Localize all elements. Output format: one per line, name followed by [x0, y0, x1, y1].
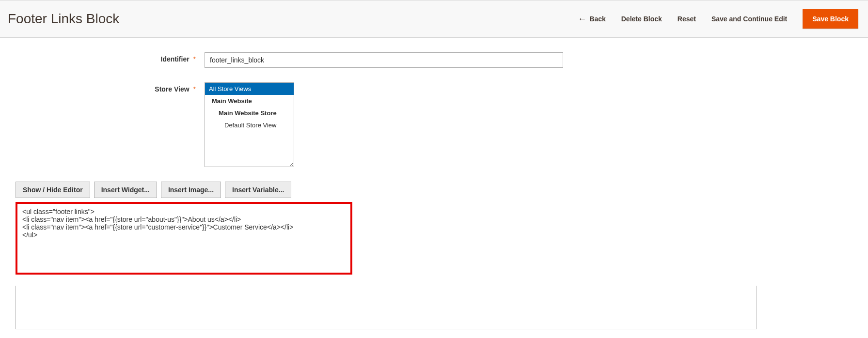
- store-view-option-default-store-view[interactable]: Default Store View: [205, 119, 294, 131]
- content-editor[interactable]: [16, 202, 352, 275]
- page-title: Footer Links Block: [8, 11, 119, 27]
- insert-widget-button[interactable]: Insert Widget...: [94, 182, 157, 198]
- insert-variable-button[interactable]: Insert Variable...: [225, 182, 291, 198]
- store-view-label: Store View: [155, 85, 189, 93]
- identifier-input[interactable]: [205, 52, 563, 68]
- store-view-select[interactable]: All Store Views Main Website Main Websit…: [205, 82, 294, 167]
- reset-button[interactable]: Reset: [678, 15, 696, 23]
- required-mark-icon: *: [193, 55, 196, 63]
- save-continue-button[interactable]: Save and Continue Edit: [711, 15, 787, 23]
- back-button[interactable]: ← Back: [578, 15, 605, 23]
- store-view-option-main-website-store[interactable]: Main Website Store: [205, 107, 294, 119]
- editor-toolbar: Show / Hide Editor Insert Widget... Inse…: [16, 182, 858, 198]
- editor-lower-area: [16, 286, 757, 329]
- store-view-label-col: Store View *: [10, 82, 205, 93]
- page-header: Footer Links Block ← Back Delete Block R…: [0, 0, 868, 38]
- header-actions: ← Back Delete Block Reset Save and Conti…: [578, 9, 858, 29]
- store-view-option-main-website[interactable]: Main Website: [205, 95, 294, 107]
- field-row-identifier: Identifier *: [10, 52, 858, 68]
- identifier-label-col: Identifier *: [10, 52, 205, 63]
- store-view-control: All Store Views Main Website Main Websit…: [205, 82, 294, 167]
- toggle-editor-button[interactable]: Show / Hide Editor: [16, 182, 90, 198]
- identifier-control: [205, 52, 563, 68]
- delete-block-button[interactable]: Delete Block: [621, 15, 662, 23]
- field-row-store-view: Store View * All Store Views Main Websit…: [10, 82, 858, 167]
- form-area: Identifier * Store View * All Store View…: [0, 38, 868, 338]
- insert-image-button[interactable]: Insert Image...: [161, 182, 221, 198]
- arrow-left-icon: ←: [578, 15, 586, 23]
- store-view-list: All Store Views Main Website Main Websit…: [205, 83, 294, 131]
- identifier-label: Identifier: [161, 55, 189, 63]
- required-mark-icon: *: [193, 85, 196, 93]
- save-block-button[interactable]: Save Block: [803, 9, 858, 29]
- back-label: Back: [589, 15, 605, 23]
- store-view-option-all[interactable]: All Store Views: [205, 83, 294, 95]
